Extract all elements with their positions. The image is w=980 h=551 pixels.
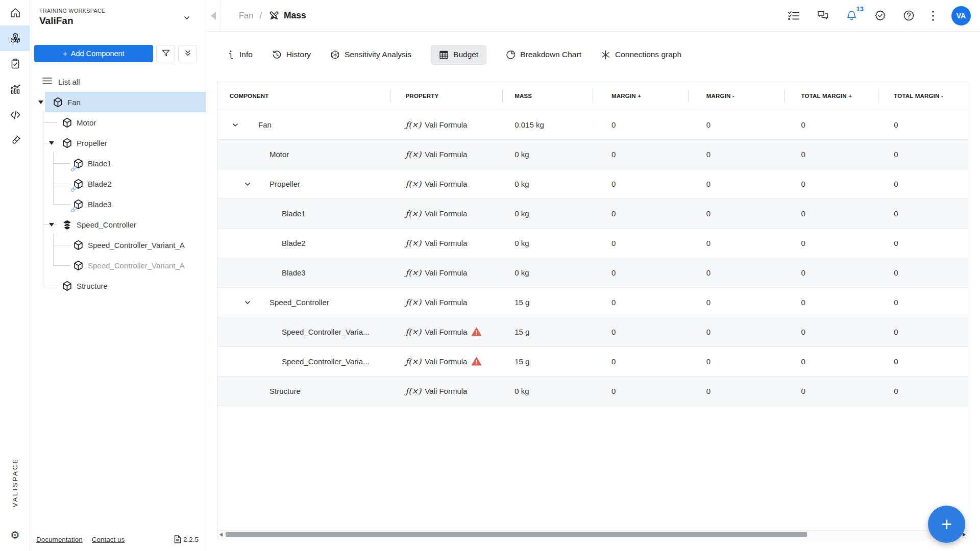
task-list-button[interactable] [788, 10, 800, 21]
tree-item[interactable]: Speed_Controller [30, 214, 206, 235]
column-header-mass[interactable]: MASS [502, 82, 593, 110]
main-panel: Fan / Mass 13 [206, 0, 980, 551]
scroll-left-icon[interactable] [219, 533, 223, 537]
row-expander-icon[interactable] [243, 298, 252, 307]
warning-icon[interactable] [472, 357, 481, 366]
total-margin-minus-value: 0 [878, 199, 968, 228]
column-header-margin-minus[interactable]: MARGIN - [688, 82, 785, 110]
notifications-button[interactable]: 13 [846, 10, 857, 21]
table-row[interactable]: Blade2 ƒ(×) Vali Formula 0 kg 0 0 0 0 [217, 229, 968, 258]
crossed-pencils-icon [268, 10, 280, 22]
total-margin-plus-value: 0 [784, 110, 878, 139]
table-row[interactable]: Speed_Controller_Varia... ƒ(×) Vali Form… [217, 317, 968, 347]
warning-icon[interactable] [472, 328, 481, 336]
scroll-right-icon[interactable] [963, 533, 966, 537]
rail-scripting-button[interactable] [0, 102, 30, 128]
formula-icon: ƒ(×) [406, 120, 422, 130]
component-name: Structure [230, 387, 301, 395]
collapse-all-button[interactable] [178, 45, 197, 62]
tree-item[interactable]: Structure [30, 276, 206, 296]
list-all-item[interactable]: List all [30, 71, 206, 92]
tree-item[interactable]: Propeller [30, 133, 206, 153]
tab-connections-graph[interactable]: Connections graph [601, 45, 681, 65]
comments-button[interactable] [817, 10, 829, 21]
chevron-down-icon[interactable] [182, 13, 191, 24]
property-type: Vali Formula [425, 239, 467, 247]
rail-analysis-button[interactable] [0, 77, 30, 102]
workspace-selector[interactable]: TRAINING WORKSPACE ValiFan [30, 0, 206, 33]
contact-us-link[interactable]: Contact us [92, 536, 125, 543]
tree-item[interactable]: Speed_Controller_Variant_A [30, 235, 206, 255]
column-header-component[interactable]: COMPONENT [217, 82, 390, 110]
margin-plus-value: 0 [593, 199, 688, 228]
tree-item[interactable]: Blade1 [30, 153, 206, 173]
scrollbar-thumb[interactable] [226, 532, 807, 537]
table-row[interactable]: Motor ƒ(×) Vali Formula 0 kg 0 0 0 0 [217, 140, 968, 169]
horizontal-scrollbar[interactable] [217, 530, 968, 539]
tree-item[interactable]: Speed_Controller_Variant_A [30, 255, 206, 276]
rail-tasks-button[interactable] [0, 51, 30, 77]
cube-icon [73, 260, 84, 271]
collapse-sidebar-button[interactable] [206, 0, 220, 32]
document-icon [174, 535, 181, 543]
tab-sensitivity-analysis[interactable]: Sensitivity Analysis [330, 45, 411, 65]
margin-minus-value: 0 [688, 169, 785, 198]
analytics-chart-icon [9, 83, 21, 95]
avatar[interactable]: VA [951, 6, 971, 26]
approvals-button[interactable] [874, 10, 886, 21]
component-name: Speed_Controller_Varia... [230, 357, 370, 366]
tab-budget[interactable]: Budget [431, 45, 486, 65]
rail-testing-button[interactable] [0, 128, 30, 153]
column-header-property[interactable]: PROPERTY [390, 82, 503, 110]
breadcrumb-parent[interactable]: Fan [239, 11, 253, 20]
help-button[interactable] [903, 10, 915, 21]
sidebar-footer: Documentation Contact us 2.2.5 [30, 532, 206, 551]
tree-expander-icon[interactable] [38, 101, 43, 104]
tab-history[interactable]: History [272, 45, 311, 65]
tab-info[interactable]: Info [227, 45, 253, 65]
table-row[interactable]: Structure ƒ(×) Vali Formula 0 kg 0 0 0 0 [217, 377, 968, 406]
total-margin-minus-value: 0 [878, 288, 968, 317]
column-header-total-margin-plus[interactable]: TOTAL MARGIN + [784, 82, 878, 110]
tab-breakdown-chart[interactable]: Breakdown Chart [506, 45, 581, 65]
tree-branch-connector [53, 184, 70, 184]
tree-item[interactable]: Blade2 [30, 173, 206, 194]
workspace-name: ValiFan [39, 15, 198, 27]
total-margin-plus-value: 0 [784, 317, 878, 346]
formula-icon: ƒ(×) [406, 180, 422, 189]
formula-icon: ƒ(×) [406, 387, 422, 396]
column-header-margin-plus[interactable]: MARGIN + [593, 82, 688, 110]
table-row[interactable]: Blade1 ƒ(×) Vali Formula 0 kg 0 0 0 0 [217, 199, 968, 229]
row-expander-icon[interactable] [231, 120, 240, 130]
table-row[interactable]: Blade3 ƒ(×) Vali Formula 0 kg 0 0 0 0 [217, 258, 968, 288]
tree-item[interactable]: Motor [30, 112, 206, 133]
row-expander-icon[interactable] [243, 180, 252, 189]
chat-bubbles-icon [817, 10, 829, 21]
notification-count-badge: 13 [856, 5, 864, 13]
hexagon-web-icon [330, 50, 340, 60]
component-name: Blade2 [230, 239, 306, 247]
tree-branch-connector [53, 245, 70, 245]
table-row[interactable]: Speed_Controller ƒ(×) Vali Formula 15 g … [217, 288, 968, 317]
documentation-link[interactable]: Documentation [36, 536, 83, 543]
kebab-menu-icon [932, 10, 935, 21]
rail-components-button[interactable] [0, 26, 30, 51]
table-row[interactable]: Propeller ƒ(×) Vali Formula 0 kg 0 0 0 0 [217, 169, 968, 199]
total-margin-plus-value: 0 [784, 347, 878, 376]
cube-icon [73, 240, 84, 251]
total-margin-plus-value: 0 [784, 258, 878, 287]
table-row[interactable]: Fan ƒ(×) Vali Formula 0.015 kg 0 0 0 0 [217, 110, 968, 140]
more-options-button[interactable] [932, 10, 935, 21]
tree-expander-icon[interactable] [49, 223, 54, 227]
settings-button[interactable]: ⚙ [0, 524, 30, 546]
add-component-button[interactable]: + Add Component [34, 45, 153, 62]
column-header-total-margin-minus[interactable]: TOTAL MARGIN - [878, 82, 968, 110]
filter-button[interactable] [156, 45, 175, 62]
component-name: Blade1 [230, 209, 306, 218]
tree-item[interactable]: Fan [30, 92, 206, 112]
table-row[interactable]: Speed_Controller_Varia... ƒ(×) Vali Form… [217, 347, 968, 377]
rail-home-button[interactable] [0, 0, 30, 26]
tree-item[interactable]: Blade3 [30, 194, 206, 214]
tree-expander-icon[interactable] [49, 141, 54, 145]
add-floating-action-button[interactable]: + [928, 506, 965, 543]
